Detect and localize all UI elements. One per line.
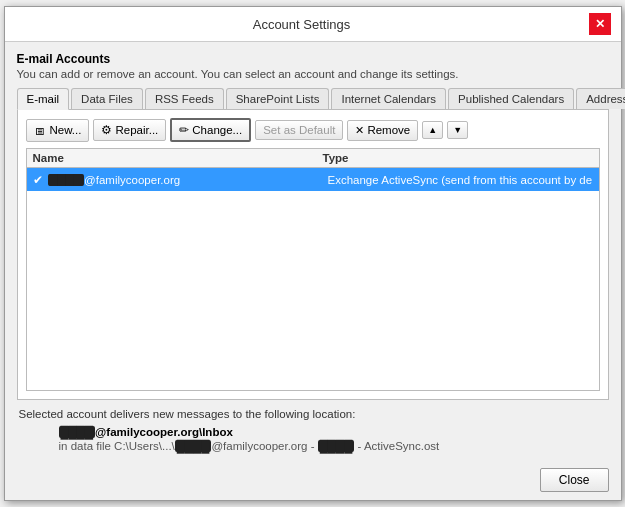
dialog-title: Account Settings	[15, 17, 589, 32]
set-default-label: Set as Default	[263, 124, 335, 136]
table-body: ✔ ████@familycooper.org Exchange ActiveS…	[27, 168, 599, 390]
down-arrow-icon: ▼	[453, 125, 462, 135]
tabs-container: E-mail Data Files RSS Feeds SharePoint L…	[17, 88, 609, 110]
tab-rss-feeds[interactable]: RSS Feeds	[145, 88, 224, 109]
set-default-button[interactable]: Set as Default	[255, 120, 343, 140]
tab-internet-calendars[interactable]: Internet Calendars	[331, 88, 446, 109]
new-button[interactable]: 🗉 New...	[26, 119, 90, 142]
change-button[interactable]: ✏ Change...	[170, 118, 251, 142]
change-label: Change...	[192, 124, 242, 136]
tab-content-email: 🗉 New... ⚙ Repair... ✏ Change... Set as …	[17, 110, 609, 400]
dialog-body: E-mail Accounts You can add or remove an…	[5, 42, 621, 460]
remove-icon: ✕	[355, 124, 364, 137]
repair-button[interactable]: ⚙ Repair...	[93, 119, 166, 141]
tab-email[interactable]: E-mail	[17, 88, 70, 110]
repair-icon: ⚙	[101, 123, 112, 137]
move-down-button[interactable]: ▼	[447, 121, 468, 139]
data-file-path: in data file C:\Users\...\████@familycoo…	[59, 440, 440, 452]
inbox-path: ████@familycooper.org\Inbox	[59, 426, 233, 438]
remove-label: Remove	[367, 124, 410, 136]
title-bar: Account Settings ✕	[5, 7, 621, 42]
repair-label: Repair...	[115, 124, 158, 136]
remove-button[interactable]: ✕ Remove	[347, 120, 418, 141]
footer-info-text: Selected account delivers new messages t…	[19, 408, 607, 420]
col-name-header: Name	[33, 152, 323, 164]
header-title: E-mail Accounts	[17, 52, 609, 66]
move-up-button[interactable]: ▲	[422, 121, 443, 139]
accounts-table: Name Type ✔ ████@familycooper.org Exchan…	[26, 148, 600, 391]
window-close-button[interactable]: ✕	[589, 13, 611, 35]
change-icon: ✏	[179, 123, 189, 137]
toolbar: 🗉 New... ⚙ Repair... ✏ Change... Set as …	[26, 118, 600, 142]
footer-info: Selected account delivers new messages t…	[17, 408, 609, 452]
tab-address-books[interactable]: Address Books	[576, 88, 625, 109]
account-type: Exchange ActiveSync (send from this acco…	[328, 174, 593, 186]
tab-published-calendars[interactable]: Published Calendars	[448, 88, 574, 109]
account-check-icon: ✔	[33, 172, 43, 187]
header-description: You can add or remove an account. You ca…	[17, 68, 609, 80]
dialog-footer: Close	[5, 460, 621, 500]
account-name: ████@familycooper.org	[48, 174, 328, 186]
account-settings-dialog: Account Settings ✕ E-mail Accounts You c…	[4, 6, 622, 501]
account-email-domain: @familycooper.org	[84, 174, 180, 186]
new-label: New...	[50, 124, 82, 136]
new-icon: 🗉	[34, 123, 47, 138]
up-arrow-icon: ▲	[428, 125, 437, 135]
col-type-header: Type	[323, 152, 593, 164]
tab-sharepoint[interactable]: SharePoint Lists	[226, 88, 330, 109]
table-row[interactable]: ✔ ████@familycooper.org Exchange ActiveS…	[27, 168, 599, 191]
tab-data-files[interactable]: Data Files	[71, 88, 143, 109]
header-section: E-mail Accounts You can add or remove an…	[17, 52, 609, 80]
close-button[interactable]: Close	[540, 468, 609, 492]
table-header: Name Type	[27, 149, 599, 168]
